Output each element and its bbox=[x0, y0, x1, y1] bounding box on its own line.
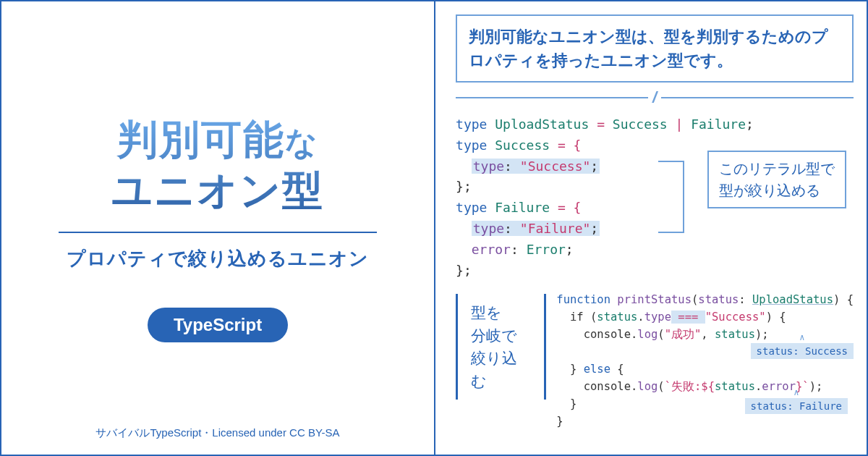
license-text: サバイバルTypeScript・Licensed under CC BY-SA bbox=[95, 426, 339, 440]
right-panel: 判別可能なユニオン型は、型を判別するためのプロパティを持ったユニオン型です。 /… bbox=[434, 1, 867, 455]
typescript-badge: TypeScript bbox=[148, 308, 288, 342]
annotation-narrow-branch: 型を 分岐で 絞り込む bbox=[456, 294, 546, 400]
main-frame: 判別可能な ユニオン型 プロパティで絞り込めるユニオン TypeScript サ… bbox=[0, 0, 868, 456]
description-box: 判別可能なユニオン型は、型を判別するためのプロパティを持ったユニオン型です。 bbox=[456, 14, 854, 83]
code-block-function: function printStatus(status: UploadStatu… bbox=[556, 291, 854, 430]
subtitle: プロパティで絞り込めるユニオン bbox=[67, 246, 369, 271]
code-block-types: type UploadStatus = Success | Failure; t… bbox=[456, 114, 854, 281]
code-block-function-row: 型を 分岐で 絞り込む function printStatus(status:… bbox=[456, 291, 854, 430]
title-divider bbox=[59, 232, 377, 233]
title-line1-main: 判別可能 bbox=[117, 117, 285, 162]
bracket-connector bbox=[658, 161, 684, 233]
title-line2: ユニオン型 bbox=[111, 167, 324, 213]
left-panel: 判別可能な ユニオン型 プロパティで絞り込めるユニオン TypeScript サ… bbox=[1, 1, 434, 455]
page-title: 判別可能な ユニオン型 bbox=[111, 114, 324, 216]
title-line1-small: な bbox=[285, 124, 319, 160]
connector-line: / bbox=[456, 88, 854, 107]
tooltip-status-success: status: Success bbox=[751, 343, 854, 359]
tooltip-status-failure: status: Failure bbox=[745, 398, 848, 414]
annotation-literal-type: このリテラル型で 型が絞り込める bbox=[707, 151, 846, 208]
